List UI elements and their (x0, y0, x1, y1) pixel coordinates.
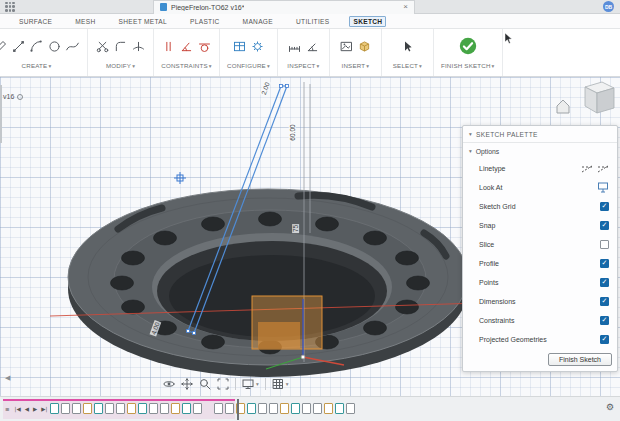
toolbar-group-label[interactable]: CONSTRAINTS▾ (161, 62, 212, 69)
palette-item-constraints[interactable]: Constraints✓ (463, 311, 617, 330)
dimension-label[interactable]: 75 (292, 224, 299, 233)
measure-icon[interactable] (287, 39, 302, 54)
insert-mesh-icon[interactable] (357, 39, 372, 54)
tab-manage[interactable]: MANAGE (240, 17, 276, 26)
timeline-playhead[interactable] (237, 399, 239, 420)
dimension-label[interactable]: 60.00 (289, 123, 296, 141)
display-settings-icon[interactable]: ▾ (242, 378, 259, 390)
play-icon[interactable]: ▶ (33, 406, 37, 412)
spline-icon[interactable] (65, 39, 80, 54)
fit-icon[interactable] (217, 378, 229, 390)
pencil-icon[interactable] (0, 39, 8, 54)
app-launcher-icon[interactable] (5, 2, 15, 12)
timeline-feature-icon[interactable] (335, 403, 344, 414)
construction-plane[interactable] (252, 296, 322, 349)
palette-item-look-at[interactable]: Look At (463, 178, 617, 197)
timeline-feature-icon[interactable] (138, 403, 147, 414)
timeline-feature-icon[interactable] (61, 403, 70, 414)
toolbar-group-label[interactable]: CONFIGURE▾ (227, 62, 270, 69)
dimensions-checkbox[interactable]: ✓ (600, 297, 609, 306)
timeline-feature-icon[interactable] (247, 403, 256, 414)
tab-sketch[interactable]: SKETCH (349, 16, 386, 27)
viewport-canvas[interactable]: v16 ◀ ▾▾ ▾ SKETCH PALETTE ▾ Op (0, 77, 620, 396)
palette-item-sketch-grid[interactable]: Sketch Grid✓ (463, 197, 617, 216)
timeline-feature-icon[interactable] (83, 403, 92, 414)
palette-header[interactable]: ▾ SKETCH PALETTE (463, 126, 617, 143)
orbit-icon[interactable] (163, 378, 175, 390)
arc-icon[interactable] (29, 39, 44, 54)
timeline-feature-icon[interactable] (324, 403, 333, 414)
timeline-feature-icon[interactable] (214, 403, 223, 414)
configure-gear-icon[interactable] (250, 39, 265, 54)
timeline-feature-icon[interactable] (291, 403, 300, 414)
timeline-feature-icon[interactable] (116, 403, 125, 414)
go-to-end-icon[interactable]: ▶| (41, 406, 47, 412)
tab-plastic[interactable]: PLASTIC (187, 17, 223, 26)
timeline-feature-icon[interactable] (171, 403, 180, 414)
toolbar-group-label[interactable]: INSPECT▾ (287, 62, 319, 69)
timeline-feature-icon[interactable] (105, 403, 114, 414)
toolbar-group-label[interactable]: CREATE▾ (22, 62, 52, 69)
tab-close-icon[interactable]: × (403, 3, 408, 11)
visibility-icon[interactable] (17, 94, 23, 100)
timeline-feature-icon[interactable] (258, 403, 267, 414)
palette-item-dimensions[interactable]: Dimensions✓ (463, 292, 617, 311)
gear-icon[interactable]: ⚙ (606, 402, 614, 412)
zoom-icon[interactable] (199, 378, 211, 390)
line-icon[interactable] (11, 39, 26, 54)
toolbar-group-label[interactable]: FINISH SKETCH▾ (441, 62, 495, 69)
home-icon[interactable] (557, 100, 569, 113)
points-checkbox[interactable]: ✓ (600, 278, 609, 287)
constraints-checkbox[interactable]: ✓ (600, 316, 609, 325)
timeline-feature-icon[interactable] (346, 403, 355, 414)
timeline-feature-icon[interactable] (160, 403, 169, 414)
timeline-feature-icon[interactable] (72, 403, 81, 414)
centerline-icon[interactable] (581, 163, 593, 175)
snap-checkbox[interactable]: ✓ (600, 221, 609, 230)
finish-check-icon[interactable] (458, 36, 478, 56)
timeline-feature-icon[interactable] (193, 403, 202, 414)
timeline-feature-icon[interactable] (50, 403, 59, 414)
view-cube[interactable] (554, 79, 618, 127)
palette-item-linetype[interactable]: Linetype (463, 159, 617, 178)
tab-surface[interactable]: SURFACE (16, 17, 55, 26)
constraint-vertical-icon[interactable] (161, 39, 176, 54)
palette-item-profile[interactable]: Profile✓ (463, 254, 617, 273)
palette-item-projected-geometries[interactable]: Projected Geometries✓ (463, 330, 617, 349)
browser-scrollbar[interactable] (0, 85, 2, 143)
toolbar-group-label[interactable]: INSERT▾ (342, 62, 370, 69)
document-tab[interactable]: PiegeFrelon-TO62 v16* × (153, 0, 415, 14)
constraint-angle-icon[interactable] (179, 39, 194, 54)
insert-canvas-icon[interactable] (339, 39, 354, 54)
fillet-icon[interactable] (113, 39, 128, 54)
palette-item-snap[interactable]: Snap✓ (463, 216, 617, 235)
browser-collapse-icon[interactable]: ◀ (5, 374, 10, 382)
grid-settings-icon[interactable]: ▾ (272, 378, 289, 390)
user-avatar[interactable]: DB (603, 1, 614, 12)
projected-geometries-checkbox[interactable]: ✓ (600, 335, 609, 344)
construction-line-icon[interactable] (597, 163, 609, 175)
timeline-feature-icon[interactable] (94, 403, 103, 414)
tab-sheet-metal[interactable]: SHEET METAL (116, 17, 171, 26)
toolbar-group-label[interactable]: MODIFY▾ (106, 62, 135, 69)
tab-utilities[interactable]: UTILITIES (293, 17, 332, 26)
timeline-feature-icon[interactable] (280, 403, 289, 414)
browser-node[interactable]: v16 (3, 93, 23, 100)
timeline-feature-icon[interactable] (225, 403, 234, 414)
step-back-icon[interactable]: ◀ (25, 406, 29, 412)
palette-options-section[interactable]: ▾ Options (463, 143, 617, 159)
timeline-feature-icon[interactable] (182, 403, 191, 414)
timeline-feature-icon[interactable] (269, 403, 278, 414)
slice-checkbox[interactable] (600, 240, 609, 249)
select-cursor-icon[interactable] (400, 39, 415, 54)
toolbar-group-label[interactable]: SELECT▾ (393, 62, 422, 69)
constraint-glyph[interactable] (174, 172, 186, 184)
configure-table-icon[interactable] (232, 39, 247, 54)
circle-icon[interactable] (47, 39, 62, 54)
timeline-feature-icon[interactable] (302, 403, 311, 414)
timeline-feature-icon[interactable] (313, 403, 322, 414)
timeline-feature-icon[interactable] (127, 403, 136, 414)
sketch-grid-checkbox[interactable]: ✓ (600, 202, 609, 211)
palette-item-points[interactable]: Points✓ (463, 273, 617, 292)
timeline-options-icon[interactable]: ≡ (5, 406, 10, 412)
